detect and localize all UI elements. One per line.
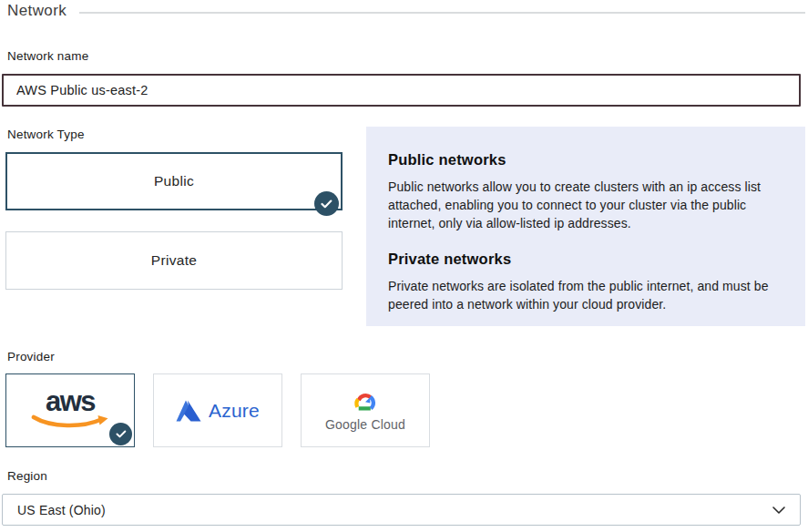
azure-icon <box>176 399 201 423</box>
region-label: Region <box>7 469 47 483</box>
network-type-info-box: Public networks Public networks allow yo… <box>366 127 805 326</box>
check-icon <box>116 430 127 438</box>
aws-smile-icon <box>31 414 109 430</box>
provider-option-google-cloud[interactable]: Google Cloud <box>301 373 430 447</box>
provider-options: aws Azure <box>5 373 430 447</box>
region-select-value: US East (Ohio) <box>17 503 106 517</box>
aws-wordmark: aws <box>46 387 95 415</box>
aws-logo-icon: aws <box>31 387 109 430</box>
section-title: Network <box>7 2 66 20</box>
network-type-option-public[interactable]: Public <box>5 152 343 210</box>
network-type-option-label: Private <box>151 252 197 269</box>
google-cloud-icon <box>350 390 380 414</box>
network-form: Network Network name Network Type Public… <box>0 0 808 532</box>
check-icon <box>321 200 332 209</box>
section-divider <box>79 12 805 14</box>
provider-label: Provider <box>7 350 55 363</box>
azure-logo: Azure <box>176 399 260 423</box>
info-body-private: Private networks are isolated from the p… <box>388 278 783 314</box>
info-body-public: Public networks allow you to create clus… <box>388 179 783 233</box>
network-type-option-private[interactable]: Private <box>5 231 343 290</box>
google-cloud-wordmark: Google Cloud <box>325 417 405 432</box>
info-heading-public: Public networks <box>388 151 783 169</box>
azure-wordmark: Azure <box>209 400 260 422</box>
section-header: Network <box>7 2 805 20</box>
google-cloud-logo: Google Cloud <box>325 390 405 432</box>
network-name-label: Network name <box>7 49 88 63</box>
network-name-input[interactable] <box>2 74 801 107</box>
selected-check-icon <box>109 423 132 445</box>
network-type-label: Network Type <box>7 128 85 141</box>
network-type-option-label: Public <box>154 173 194 189</box>
chevron-down-icon <box>772 506 785 514</box>
region-select[interactable]: US East (Ohio) <box>2 494 801 526</box>
provider-option-azure[interactable]: Azure <box>153 373 282 447</box>
info-heading-private: Private networks <box>388 251 783 268</box>
provider-option-aws[interactable]: aws <box>5 373 135 447</box>
selected-check-icon <box>314 191 339 216</box>
